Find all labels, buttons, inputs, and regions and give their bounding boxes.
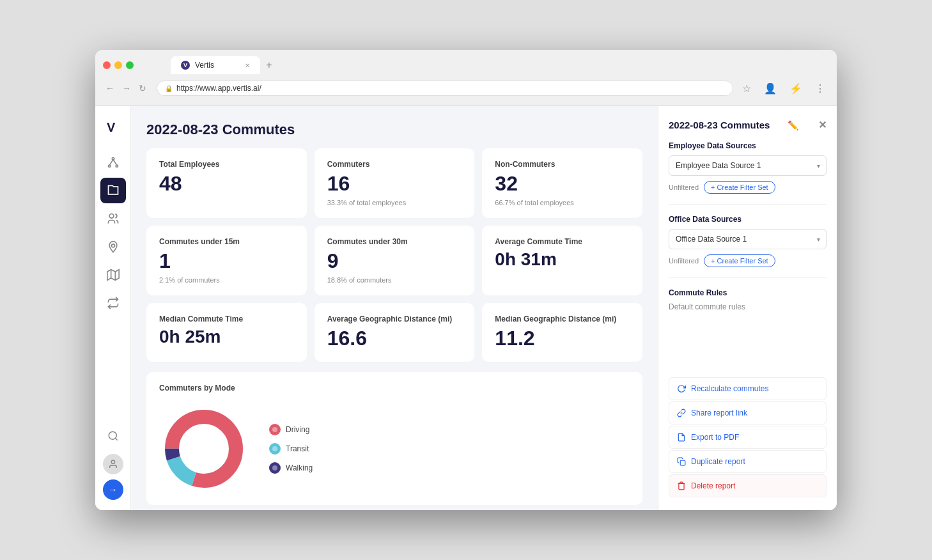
stat-label: Commuters bbox=[327, 160, 462, 169]
stat-value: 48 bbox=[159, 173, 294, 195]
close-icon[interactable]: ✕ bbox=[818, 119, 827, 131]
legend-item-driving: Driving bbox=[269, 424, 313, 435]
stat-value: 0h 31m bbox=[495, 250, 630, 270]
browser-tab[interactable]: V Vertis ✕ bbox=[171, 56, 260, 74]
minimize-button[interactable] bbox=[114, 61, 122, 69]
commute-rules-section: Commute Rules Default commute rules bbox=[669, 288, 827, 311]
svg-text:V: V bbox=[107, 120, 116, 134]
stat-card-avg-geo-distance: Average Geographic Distance (mi) 16.6 bbox=[315, 303, 475, 361]
svg-point-3 bbox=[116, 165, 118, 167]
donut-chart bbox=[159, 404, 249, 494]
office-data-sources-section: Office Data Sources Office Data Source 1… bbox=[669, 215, 827, 267]
svg-line-5 bbox=[113, 160, 117, 165]
stat-label: Average Commute Time bbox=[495, 237, 630, 246]
new-tab-button[interactable]: + bbox=[260, 56, 278, 74]
extensions-icon[interactable]: ⚡ bbox=[786, 82, 806, 95]
office-source-select[interactable]: Office Data Source 1 bbox=[669, 229, 827, 249]
sidebar-item-files[interactable] bbox=[100, 178, 126, 203]
panel-title-row: 2022-08-23 Commutes ✏️ ✕ bbox=[669, 119, 827, 131]
sidebar-item-transfers[interactable] bbox=[100, 290, 126, 316]
stat-sub: 18.8% of commuters bbox=[327, 276, 462, 284]
stat-label: Commutes under 30m bbox=[327, 237, 462, 246]
user-avatar[interactable] bbox=[103, 454, 123, 474]
stat-value: 9 bbox=[327, 250, 462, 272]
tab-title: Vertis bbox=[195, 61, 214, 70]
legend-label-walking: Walking bbox=[286, 463, 313, 472]
employee-data-sources-section: Employee Data Sources Employee Data Sour… bbox=[669, 141, 827, 194]
sidebar-item-map[interactable] bbox=[100, 262, 126, 288]
browser-chrome: V Vertis ✕ + ← → ↻ 🔒 https://www.app.ver… bbox=[95, 50, 837, 106]
legend-dot-driving bbox=[269, 424, 281, 435]
address-bar[interactable]: 🔒 https://www.app.vertis.ai/ bbox=[157, 81, 733, 96]
export-icon bbox=[677, 433, 686, 442]
employee-filter-badge: Unfiltered bbox=[669, 183, 699, 191]
stat-card-median-geo-distance: Median Geographic Distance (mi) 11.2 bbox=[482, 303, 642, 361]
bookmark-icon[interactable]: ☆ bbox=[738, 82, 755, 95]
edit-icon[interactable]: ✏️ bbox=[788, 120, 798, 130]
legend-dot-transit bbox=[269, 443, 281, 455]
traffic-lights bbox=[103, 61, 134, 69]
back-button[interactable]: ← bbox=[103, 82, 117, 95]
menu-icon[interactable]: ⋮ bbox=[811, 82, 829, 95]
create-employee-filter-button[interactable]: + Create Filter Set bbox=[704, 181, 775, 194]
recalculate-icon bbox=[677, 384, 686, 393]
stat-card-under-15m: Commutes under 15m 1 2.1% of commuters bbox=[146, 226, 307, 295]
sidebar-item-search[interactable] bbox=[100, 423, 126, 449]
svg-point-11 bbox=[109, 432, 116, 439]
stat-label: Total Employees bbox=[159, 160, 294, 169]
duplicate-button[interactable]: Duplicate report bbox=[669, 450, 827, 473]
commute-rules-title: Commute Rules bbox=[669, 288, 827, 297]
stat-card-under-30m: Commutes under 30m 9 18.8% of commuters bbox=[315, 226, 475, 295]
stat-card-total-employees: Total Employees 48 bbox=[146, 148, 307, 218]
recalculate-button[interactable]: Recalculate commutes bbox=[669, 377, 827, 400]
sidebar-item-network[interactable] bbox=[100, 150, 126, 175]
svg-point-19 bbox=[272, 465, 277, 471]
stat-value: 32 bbox=[495, 173, 630, 195]
office-filter-badge: Unfiltered bbox=[669, 257, 699, 265]
stat-label: Non-Commuters bbox=[495, 160, 630, 169]
recalculate-label: Recalculate commutes bbox=[691, 384, 768, 393]
divider-2 bbox=[669, 277, 827, 278]
share-label: Share report link bbox=[691, 408, 747, 417]
export-pdf-label: Export to PDF bbox=[691, 433, 739, 442]
delete-button[interactable]: Delete report bbox=[669, 474, 827, 497]
svg-point-1 bbox=[112, 158, 114, 160]
app-logo: V bbox=[103, 116, 123, 137]
stat-value: 1 bbox=[159, 250, 294, 272]
navigate-button[interactable]: → bbox=[103, 479, 123, 500]
svg-point-2 bbox=[108, 165, 110, 167]
stat-value: 11.2 bbox=[495, 327, 630, 350]
close-button[interactable] bbox=[103, 61, 111, 69]
maximize-button[interactable] bbox=[126, 61, 134, 69]
sidebar-item-location[interactable] bbox=[100, 234, 126, 260]
page-title: 2022-08-23 Commutes bbox=[146, 121, 642, 138]
employee-filter-row: Unfiltered + Create Filter Set bbox=[669, 181, 827, 194]
svg-point-17 bbox=[272, 427, 277, 432]
share-button[interactable]: Share report link bbox=[669, 401, 827, 424]
svg-rect-20 bbox=[680, 460, 685, 465]
export-pdf-button[interactable]: Export to PDF bbox=[669, 426, 827, 449]
share-icon bbox=[677, 408, 686, 417]
refresh-button[interactable]: ↻ bbox=[136, 82, 149, 95]
chart-card: Commuters by Mode bbox=[146, 372, 642, 505]
duplicate-label: Duplicate report bbox=[691, 457, 745, 466]
svg-point-6 bbox=[109, 214, 114, 219]
delete-label: Delete report bbox=[691, 481, 735, 490]
chart-legend: Driving Transit Walking bbox=[269, 424, 313, 474]
right-panel: 2022-08-23 Commutes ✏️ ✕ Employee Data S… bbox=[658, 106, 837, 510]
profile-icon[interactable]: 👤 bbox=[760, 82, 781, 95]
tab-close-icon[interactable]: ✕ bbox=[245, 62, 250, 69]
panel-title-text: 2022-08-23 Commutes bbox=[669, 120, 770, 130]
svg-point-13 bbox=[111, 460, 114, 463]
employee-source-select[interactable]: Employee Data Source 1 bbox=[669, 155, 827, 176]
sidebar: V bbox=[95, 106, 131, 510]
stats-grid: Total Employees 48 Commuters 16 33.3% of… bbox=[146, 148, 642, 362]
sidebar-item-people[interactable] bbox=[100, 206, 126, 231]
forward-button[interactable]: → bbox=[120, 82, 134, 95]
create-office-filter-button[interactable]: + Create Filter Set bbox=[704, 254, 775, 267]
stat-card-median-commute: Median Commute Time 0h 25m bbox=[146, 303, 307, 361]
stat-card-commuters: Commuters 16 33.3% of total employees bbox=[315, 148, 475, 218]
stat-value: 0h 25m bbox=[159, 327, 294, 347]
stat-value: 16 bbox=[327, 173, 462, 195]
panel-actions: Recalculate commutes Share report link E… bbox=[669, 377, 827, 497]
